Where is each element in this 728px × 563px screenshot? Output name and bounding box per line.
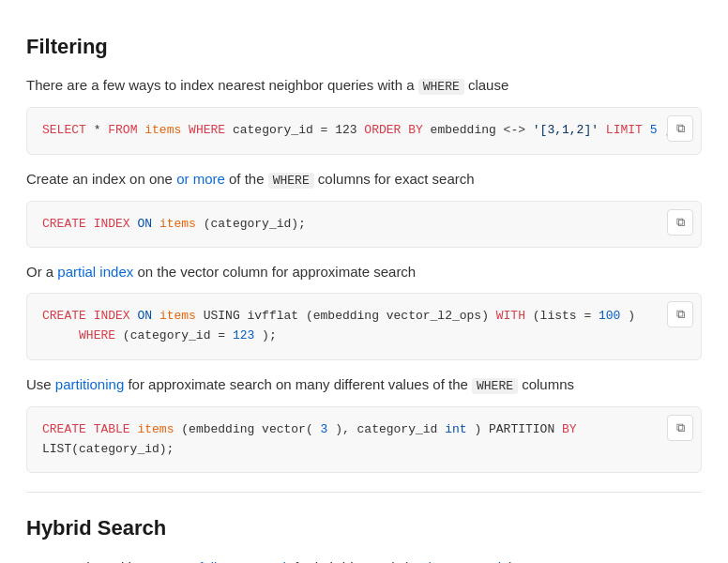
- hybrid-search-para-1: Use together with Postgres full-text sea…: [26, 556, 702, 563]
- kw-table-1: TABLE: [94, 422, 130, 436]
- kw-create-3: CREATE: [42, 422, 86, 436]
- copy-button-1[interactable]: ⧉: [667, 115, 693, 142]
- filtering-para-3: Or a partial index on the vector column …: [26, 261, 702, 283]
- kw-orderby-1: ORDER BY: [364, 123, 422, 137]
- filtering-title: Filtering: [26, 30, 702, 63]
- section-divider: [26, 492, 702, 493]
- str-vector-1: '[3,1,2]': [533, 123, 599, 137]
- code-block-4: ⧉ CREATE TABLE items (embedding vector( …: [26, 406, 702, 474]
- where-inline-code-2: WHERE: [268, 173, 314, 189]
- kw-where-2: WHERE: [79, 328, 115, 342]
- filtering-para-2: Create an index on one or more of the WH…: [26, 168, 702, 191]
- code-line-4: CREATE TABLE items (embedding vector( 3 …: [42, 420, 686, 460]
- kw-index-1: INDEX: [94, 217, 130, 231]
- kw-int-1: int: [445, 422, 466, 436]
- hybrid-search-title: Hybrid Search: [26, 511, 702, 544]
- code-block-2: ⧉ CREATE INDEX ON items (category_id);: [26, 201, 702, 249]
- tbl-items-3: items: [159, 309, 196, 323]
- filtering-para-4: Use partitioning for approximate search …: [26, 373, 702, 397]
- filtering-para-1: There are a few ways to index nearest ne…: [26, 74, 702, 98]
- kw-where-1: WHERE: [189, 123, 225, 137]
- kw-create-2: CREATE: [42, 309, 86, 323]
- hybrid-search-section: Hybrid Search Use together with Postgres…: [26, 511, 702, 563]
- tbl-items-4: items: [137, 422, 174, 436]
- code-line-1: SELECT * FROM items WHERE category_id = …: [42, 121, 686, 141]
- num-5-1: 5: [650, 123, 658, 137]
- code-line-3b: WHERE (category_id = 123 );: [42, 327, 686, 346]
- kw-by-1: BY: [562, 422, 577, 436]
- copy-button-3[interactable]: ⧉: [667, 301, 693, 327]
- kw-on-2: ON: [137, 309, 152, 323]
- copy-button-4[interactable]: ⧉: [667, 415, 693, 441]
- kw-with-1: WITH: [496, 309, 525, 323]
- code-line-3a: CREATE INDEX ON items USING ivfflat (emb…: [42, 307, 686, 327]
- num-100: 100: [599, 309, 620, 323]
- kw-from-1: FROM: [108, 123, 137, 137]
- copy-button-2[interactable]: ⧉: [667, 209, 693, 236]
- where-inline-code-1: WHERE: [418, 79, 464, 95]
- num-123: 123: [233, 328, 254, 342]
- tbl-items-2: items: [159, 217, 196, 231]
- partitioning-link[interactable]: partitioning: [55, 376, 124, 392]
- where-inline-code-3: WHERE: [472, 378, 518, 394]
- kw-index-2: INDEX: [94, 309, 130, 323]
- kw-on-1: ON: [137, 217, 152, 231]
- fulltext-search-link[interactable]: full-text search: [199, 559, 291, 563]
- code-line-2: CREATE INDEX ON items (category_id);: [42, 215, 686, 235]
- python-example-link[interactable]: Python example: [408, 559, 509, 563]
- or-more-link[interactable]: or more: [176, 171, 225, 187]
- tbl-items-1: items: [144, 123, 181, 137]
- partial-index-link[interactable]: partial index: [57, 264, 133, 280]
- code-block-1: ⧉ SELECT * FROM items WHERE category_id …: [26, 107, 702, 155]
- num-3: 3: [321, 422, 328, 436]
- code-block-3: ⧉ CREATE INDEX ON items USING ivfflat (e…: [26, 293, 702, 360]
- kw-select-1: SELECT: [42, 123, 86, 137]
- filtering-section: Filtering There are a few ways to index …: [26, 30, 702, 473]
- kw-create-1: CREATE: [42, 217, 86, 231]
- kw-limit-1: LIMIT: [606, 123, 643, 137]
